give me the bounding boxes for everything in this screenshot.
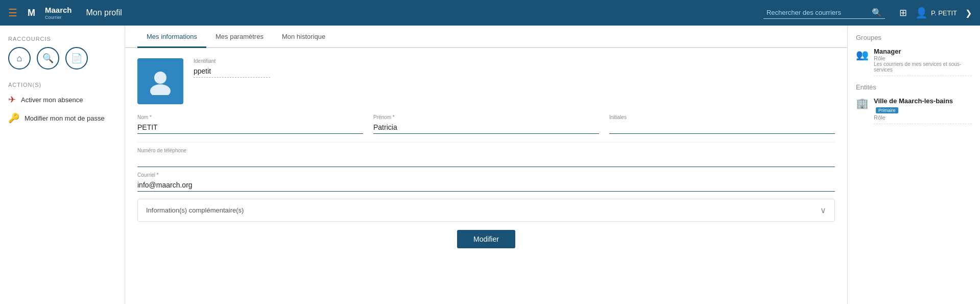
maarch-logo-icon: M (26, 5, 42, 21)
actions-title: Action(s) (8, 82, 116, 88)
action-absence-label: Activer mon absence (21, 96, 83, 104)
action-password[interactable]: 🔑 Modifier mon mot de passe (8, 112, 116, 124)
svg-point-2 (154, 72, 166, 84)
action-absence[interactable]: ✈ Activer mon absence (8, 94, 116, 105)
courriel-input[interactable] (137, 179, 835, 192)
entity-role: Rôle (874, 114, 972, 124)
entity-item: 🏢 Ville de Maarch-les-bains Primaire Rôl… (856, 96, 972, 124)
action-password-label: Modifier mon mot de passe (25, 114, 105, 122)
divider-1 (137, 142, 835, 143)
group-role: Rôle (874, 55, 972, 61)
avatar (137, 58, 183, 104)
identifier-field: Identifiant ppetit (194, 58, 270, 78)
hamburger-icon[interactable]: ☰ (8, 7, 17, 19)
profile-form: Identifiant ppetit Nom * Prénom * Initia… (125, 48, 847, 261)
entity-name: Ville de Maarch-les-bains (874, 97, 953, 105)
logo: M Maarch Courrier (26, 5, 72, 21)
user-icon: 👤 (915, 7, 928, 19)
grid-icon[interactable]: ⊞ (899, 7, 907, 18)
initiales-field: Initiales (609, 114, 835, 134)
svg-text:M: M (28, 8, 35, 18)
group-icon: 👥 (856, 49, 869, 61)
group-item: 👥 Manager Rôle Les courriers de mes serv… (856, 48, 972, 76)
nom-label: Nom * (137, 114, 363, 120)
modifier-button[interactable]: Modifier (457, 230, 515, 248)
shortcuts-bar: ⌂ 🔍 📄 (8, 47, 116, 69)
group-name: Manager (874, 48, 972, 55)
prenom-field: Prénom * (373, 114, 599, 134)
shortcut-search-button[interactable]: 🔍 (37, 47, 59, 69)
tabs: Mes informations Mes paramètres Mon hist… (125, 26, 847, 48)
doc-icon: 📄 (71, 53, 82, 64)
nav-chevron-right[interactable]: ❯ (965, 8, 972, 18)
phone-label: Numéro de téléphone (137, 148, 835, 153)
shortcut-home-button[interactable]: ⌂ (8, 47, 31, 69)
entity-name-row: Ville de Maarch-les-bains Primaire (874, 96, 972, 114)
nom-input[interactable] (137, 121, 363, 134)
form-actions: Modifier (137, 230, 835, 248)
phone-field: Numéro de téléphone (137, 148, 835, 167)
right-panel: Groupes 👥 Manager Rôle Les courriers de … (847, 26, 980, 304)
initiales-input[interactable] (609, 121, 835, 134)
group-desc: Les courriers de mes services et sous-se… (874, 61, 972, 76)
topnav-icons: ⊞ 👤 P. PETIT ❯ (899, 7, 972, 19)
plane-icon: ✈ (8, 94, 16, 105)
identifier-value: ppetit (194, 67, 270, 78)
entity-icon: 🏢 (856, 97, 869, 109)
avatar-icon (147, 67, 174, 95)
sidebar: Raccourcis ⌂ 🔍 📄 Action(s) ✈ Activer mon… (0, 26, 125, 304)
home-icon: ⌂ (17, 53, 22, 64)
groupes-title: Groupes (856, 34, 972, 41)
phone-row: Numéro de téléphone (137, 148, 835, 167)
entity-badge: Primaire (876, 107, 898, 113)
key-icon: 🔑 (8, 112, 19, 124)
nom-field: Nom * (137, 114, 363, 134)
topnav: ☰ M Maarch Courrier Mon profil 🔍 ⊞ 👤 P. … (0, 0, 980, 26)
courriel-label: Courriel * (137, 172, 835, 178)
identifier-label: Identifiant (194, 58, 270, 64)
profile-top: Identifiant ppetit (137, 58, 835, 104)
prenom-input[interactable] (373, 121, 599, 134)
prenom-label: Prénom * (373, 114, 599, 120)
phone-input[interactable] (137, 154, 835, 167)
complementaire-label: Information(s) complémentaire(s) (146, 206, 244, 214)
user-label: P. PETIT (931, 9, 957, 17)
shortcuts-title: Raccourcis (8, 36, 116, 42)
courriel-row: Courriel * (137, 172, 835, 192)
initiales-label: Initiales (609, 114, 835, 120)
search-icon[interactable]: 🔍 (872, 8, 882, 17)
courriel-field: Courriel * (137, 172, 835, 192)
layout: Raccourcis ⌂ 🔍 📄 Action(s) ✈ Activer mon… (0, 26, 980, 304)
tab-mes-informations[interactable]: Mes informations (137, 26, 206, 48)
shortcut-doc-button[interactable]: 📄 (65, 47, 88, 69)
page-title: Mon profil (86, 8, 122, 17)
user-menu[interactable]: 👤 P. PETIT (915, 7, 957, 19)
logo-sub: Courrier (45, 15, 72, 20)
tab-mon-historique[interactable]: Mon historique (273, 26, 334, 48)
search-shortcut-icon: 🔍 (42, 53, 54, 64)
search-input[interactable] (767, 9, 869, 16)
complementaire-section[interactable]: Information(s) complémentaire(s) ∨ (137, 199, 835, 222)
chevron-down-icon: ∨ (820, 205, 826, 215)
svg-point-3 (150, 84, 171, 95)
main-content: Mes informations Mes paramètres Mon hist… (125, 26, 847, 304)
search-bar: 🔍 (763, 7, 885, 19)
entites-title: Entités (856, 83, 972, 91)
logo-text: Maarch (45, 6, 72, 14)
tab-mes-parametres[interactable]: Mes paramètres (206, 26, 273, 48)
name-row: Nom * Prénom * Initiales (137, 114, 835, 134)
